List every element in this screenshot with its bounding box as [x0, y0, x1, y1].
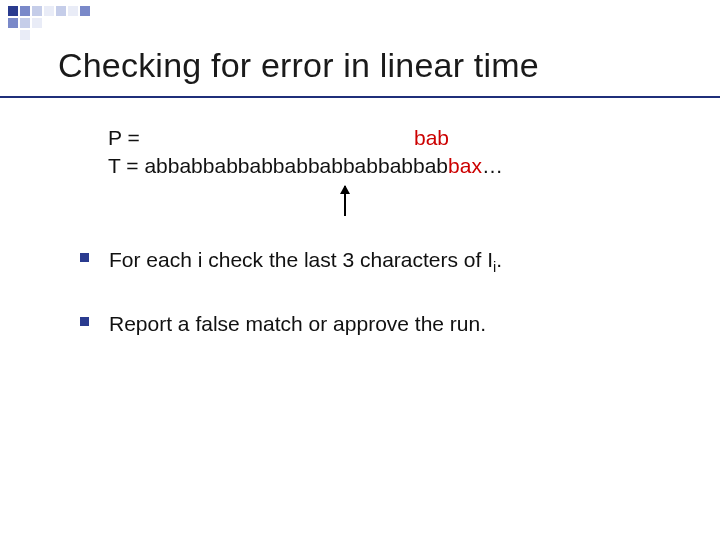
bullet-text: Report a false match or approve the run. [109, 310, 486, 342]
bullet-list: For each i check the last 3 characters o… [80, 246, 680, 374]
pattern-line: P = bab [108, 124, 503, 152]
p-label: P = [108, 126, 146, 149]
bullet-text: For each i check the last 3 characters o… [109, 246, 502, 278]
bullet-square-icon [80, 253, 89, 262]
t-label: T = [108, 154, 144, 177]
up-arrow-icon [344, 186, 346, 216]
example-block: P = bab T = abbabbabbabbabbabbabbabbabba… [108, 124, 503, 181]
text-line: T = abbabbabbabbabbabbabbabbabbax… [108, 152, 503, 180]
t-red: bax [448, 154, 482, 177]
list-item: Report a false match or approve the run. [80, 310, 680, 342]
bullet-text-post: . [496, 248, 502, 271]
bullet-square-icon [80, 317, 89, 326]
list-item: For each i check the last 3 characters o… [80, 246, 680, 278]
t-tail: … [482, 154, 503, 177]
corner-squares-decor [8, 6, 90, 40]
slide: Checking for error in linear time P = ba… [0, 0, 720, 540]
t-black: abbabbabbabbabbabbabbabbab [144, 154, 448, 177]
slide-title: Checking for error in linear time [58, 46, 539, 85]
title-underline [0, 96, 720, 98]
bullet-text-pre: Report a false match or approve the run. [109, 312, 486, 335]
bullet-text-pre: For each i check the last 3 characters o… [109, 248, 493, 271]
p-value: bab [414, 126, 449, 149]
